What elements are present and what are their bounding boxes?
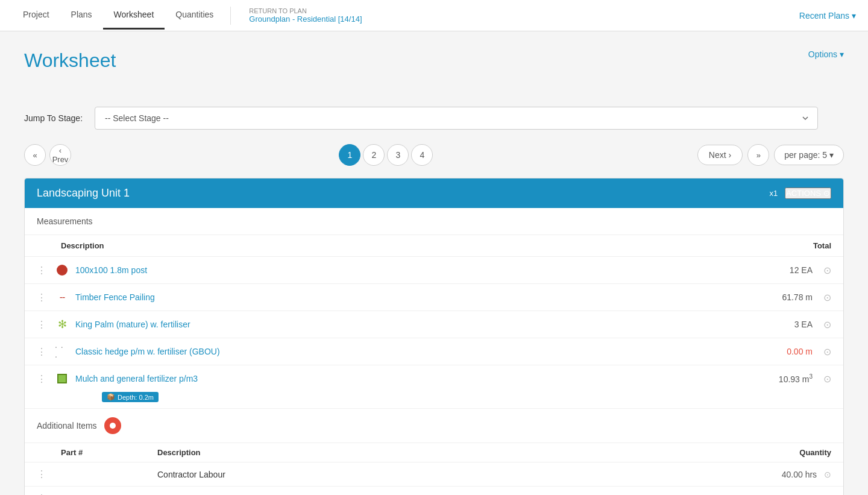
next-label: Next — [709, 150, 726, 160]
col-part-header: Part # — [61, 448, 157, 457]
page-3-button[interactable]: 3 — [387, 144, 409, 166]
drag-handle-icon[interactable]: ⋮ — [37, 493, 49, 495]
recent-plans-button[interactable]: Recent Plans ▾ — [799, 11, 856, 20]
table-row: ⋮ · · · Classic hedge p/m w. fertiliser … — [25, 338, 843, 365]
measurement-description[interactable]: Timber Fence Pailing — [75, 292, 746, 302]
additional-description: Contractor Labour — [157, 470, 735, 479]
col-total-header: Total — [759, 241, 831, 250]
row-icon-dashes: -- — [55, 290, 69, 304]
table-row: ⋮ -- Timber Fence Pailing 61.78 m ⊙ — [25, 284, 843, 311]
drag-handle-icon[interactable]: ⋮ — [37, 468, 49, 480]
page-4-button[interactable]: 4 — [411, 144, 433, 166]
pagination-bar: « ‹ Prev 1 2 3 4 Next › » per page: 5 ▾ — [24, 144, 844, 166]
next-button[interactable]: Next › — [697, 145, 743, 165]
next-icon: › — [729, 150, 732, 160]
last-page-button[interactable]: » — [747, 144, 769, 166]
row-icon-dots: · · · — [55, 344, 69, 359]
nav-right: Recent Plans ▾ — [799, 11, 856, 20]
prev-page-button[interactable]: ‹ Prev — [49, 144, 71, 166]
first-page-button[interactable]: « — [24, 144, 46, 166]
landscaping-unit-card: Landscaping Unit 1 x1 ACTIONS ⊙ Measurem… — [24, 178, 844, 495]
depth-badge-text: Depth: 0.2m — [118, 394, 154, 401]
multiplier-badge: x1 — [769, 189, 778, 198]
nav-tabs-left: Project Plans Worksheet Quantities RETUR… — [12, 1, 374, 30]
additional-quantity: 40.00 hrs ⊙ — [735, 470, 831, 479]
row-icon-star: ✻ — [55, 317, 69, 332]
table-row: ⋮ ✻ King Palm (mature) w. fertiliser 3 E… — [25, 311, 843, 338]
tab-project[interactable]: Project — [12, 1, 60, 30]
return-to-plan[interactable]: RETURN TO PLAN Groundplan - Residential … — [237, 7, 374, 24]
actions-icon: ⊙ — [823, 189, 830, 198]
jump-to-stage-label: Jump To Stage: — [24, 113, 83, 123]
tab-plans[interactable]: Plans — [60, 1, 103, 30]
measurement-total: 12 EA — [752, 265, 813, 275]
page-2-button[interactable]: 2 — [363, 144, 385, 166]
measurement-description[interactable]: 100x100 1.8m post — [75, 265, 746, 275]
card-title: Landscaping Unit 1 — [37, 187, 130, 200]
col-quantity-header: Quantity — [735, 448, 831, 457]
col-desc-additional-header: Description — [157, 448, 735, 457]
drag-handle-icon[interactable]: ⋮ — [37, 265, 49, 276]
row-action-icon[interactable]: ⊙ — [823, 373, 831, 385]
per-page-button[interactable]: per page: 5 ▾ — [774, 145, 844, 165]
page-numbers: 1 2 3 4 — [339, 144, 433, 166]
page-nav-right: Next › » per page: 5 ▾ — [697, 144, 844, 166]
table-row: ⋮ Mulch and general fertilizer p/m3 10.9… — [25, 365, 843, 409]
additional-items-table-header: Part # Description Quantity — [25, 443, 843, 462]
top-navigation: Project Plans Worksheet Quantities RETUR… — [0, 0, 868, 31]
measurement-total: 0.00 m — [752, 347, 813, 356]
card-header: Landscaping Unit 1 x1 ACTIONS ⊙ — [25, 178, 843, 208]
nav-divider — [230, 7, 231, 25]
drag-handle-icon[interactable]: ⋮ — [37, 346, 49, 358]
measurement-description[interactable]: King Palm (mature) w. fertiliser — [75, 320, 746, 329]
return-link[interactable]: Groundplan - Residential [14/14] — [249, 14, 362, 24]
measurement-total: 10.93 m3 — [752, 373, 813, 384]
row-icon-square — [55, 371, 69, 386]
page-1-button[interactable]: 1 — [339, 144, 360, 166]
measurements-table-header: Description Total — [25, 235, 843, 257]
add-items-indicator[interactable] — [104, 417, 121, 434]
measurement-total: 3 EA — [752, 320, 813, 329]
additional-items-section: Additional Items — [25, 409, 843, 443]
row-action-icon[interactable]: ⊙ — [823, 319, 831, 330]
additional-row-action-icon[interactable]: ⊙ — [824, 470, 831, 479]
depth-badge: 📦 Depth: 0.2m — [102, 392, 159, 402]
jump-to-stage-row: Jump To Stage: -- Select Stage -- — [24, 107, 844, 130]
measurement-total: 61.78 m — [752, 292, 813, 302]
table-row: ⋮ 100x100 1.8m post 12 EA ⊙ — [25, 257, 843, 284]
row-action-icon[interactable]: ⊙ — [823, 265, 831, 276]
actions-button[interactable]: ACTIONS ⊙ — [785, 188, 831, 199]
row-action-icon[interactable]: ⊙ — [823, 346, 831, 358]
card-header-right: x1 ACTIONS ⊙ — [769, 188, 831, 199]
measurement-description[interactable]: Classic hedge p/m w. fertiliser (GBOU) — [75, 347, 746, 356]
additional-items-title: Additional Items — [37, 421, 97, 430]
page-title: Worksheet — [24, 49, 116, 72]
list-item: ⋮ Tarps 3.00 ea ⊙ — [25, 487, 843, 495]
depth-badge-icon: 📦 — [107, 393, 115, 401]
tab-worksheet[interactable]: Worksheet — [103, 1, 165, 30]
measurement-description[interactable]: Mulch and general fertilizer p/m3 — [75, 374, 746, 383]
return-label: RETURN TO PLAN — [249, 7, 362, 14]
page-content: Worksheet Options ▾ Jump To Stage: -- Se… — [0, 31, 868, 495]
stage-select[interactable]: -- Select Stage -- — [95, 107, 818, 130]
list-item: ⋮ Contractor Labour 40.00 hrs ⊙ — [25, 462, 843, 487]
col-description-header: Description — [61, 241, 759, 250]
drag-handle-icon[interactable]: ⋮ — [37, 292, 49, 303]
drag-handle-icon[interactable]: ⋮ — [37, 373, 49, 385]
indicator-inner — [110, 423, 116, 429]
actions-label: ACTIONS — [786, 189, 821, 198]
measurements-section-label: Measurements — [25, 208, 843, 235]
options-button[interactable]: Options ▾ — [808, 49, 844, 59]
drag-handle-icon[interactable]: ⋮ — [37, 319, 49, 330]
row-action-icon[interactable]: ⊙ — [823, 292, 831, 303]
tab-quantities[interactable]: Quantities — [165, 1, 224, 30]
row-icon-circle — [55, 263, 69, 277]
